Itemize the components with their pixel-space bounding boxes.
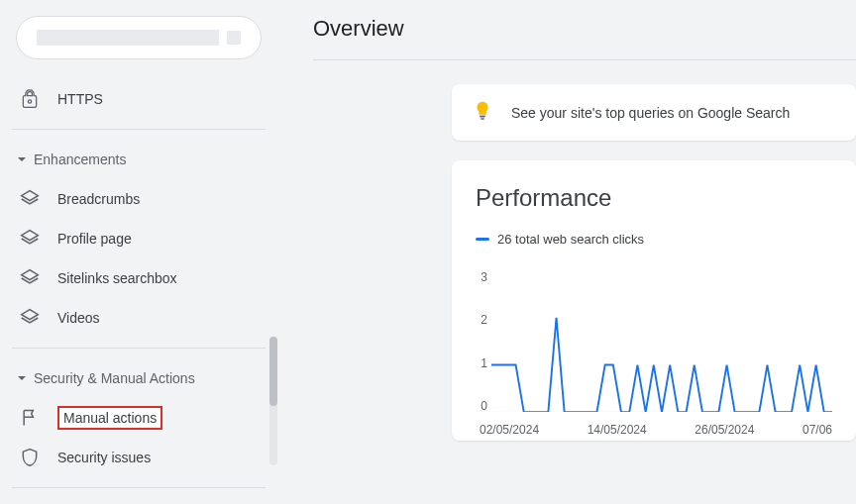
scrollbar-thumb[interactable] [269, 337, 277, 406]
tip-text: See your site's top queries on Google Se… [511, 105, 790, 121]
y-tick: 1 [468, 356, 487, 370]
sidebar-item-label: Profile page [57, 231, 132, 247]
y-tick: 3 [468, 270, 487, 284]
chart-legend: 26 total web search clicks [476, 232, 832, 247]
main-content: Overview See your site's top queries on … [277, 0, 856, 504]
performance-card: Performance 26 total web search clicks 3… [452, 160, 856, 441]
shield-icon [20, 448, 40, 467]
lock-icon [20, 89, 40, 109]
scrollbar[interactable] [269, 337, 277, 465]
divider [12, 487, 266, 488]
section-label: Enhancements [34, 151, 126, 167]
svg-rect-1 [481, 118, 484, 119]
sidebar-item-label: Breadcrumbs [57, 191, 140, 207]
layers-icon [20, 308, 40, 328]
y-tick: 0 [468, 399, 487, 413]
chevron-down-icon [227, 31, 241, 45]
x-axis: 02/05/2024 14/05/2024 26/05/2024 07/06 [476, 423, 832, 437]
section-label: Security & Manual Actions [34, 370, 195, 386]
layers-icon [20, 229, 40, 249]
sidebar-item-videos[interactable]: Videos [8, 298, 269, 338]
section-enhancements[interactable]: Enhancements [8, 140, 269, 179]
sidebar-item-label: Sitelinks searchbox [57, 270, 177, 286]
sidebar-item-breadcrumbs[interactable]: Breadcrumbs [8, 179, 269, 219]
layers-icon [20, 268, 40, 288]
divider [12, 129, 266, 130]
chevron-down-icon [16, 154, 28, 164]
performance-title: Performance [476, 184, 832, 212]
sidebar-item-label: Security issues [57, 450, 151, 465]
x-tick: 14/05/2024 [588, 423, 647, 437]
sidebar-item-security-issues[interactable]: Security issues [8, 438, 269, 477]
page-title: Overview [313, 16, 856, 60]
property-selector[interactable] [16, 16, 262, 59]
chart-svg [491, 270, 832, 412]
sidebar-item-label: Videos [57, 310, 100, 326]
x-tick: 07/06 [802, 423, 832, 437]
svg-rect-0 [480, 116, 485, 118]
layers-icon [20, 189, 40, 209]
tip-card[interactable]: See your site's top queries on Google Se… [452, 84, 856, 141]
property-placeholder [37, 30, 219, 46]
sidebar-item-profile-page[interactable]: Profile page [8, 219, 269, 258]
chart: 3 2 1 0 02/05/2024 14/05/2024 26/05/2024… [476, 262, 832, 441]
lightbulb-icon [472, 100, 493, 125]
sidebar: HTTPS Enhancements Breadcrumbs Profile p… [0, 0, 277, 504]
divider [12, 348, 266, 349]
chevron-down-icon [16, 373, 28, 383]
sidebar-item-label: Manual actions [57, 406, 162, 430]
section-security[interactable]: Security & Manual Actions [8, 358, 269, 398]
sidebar-item-manual-actions[interactable]: Manual actions [8, 398, 269, 438]
x-tick: 26/05/2024 [695, 423, 754, 437]
flag-icon [20, 408, 40, 428]
legend-line-icon [476, 238, 489, 241]
sidebar-item-label: HTTPS [57, 91, 103, 107]
x-tick: 02/05/2024 [480, 423, 539, 437]
sidebar-item-sitelinks-searchbox[interactable]: Sitelinks searchbox [8, 258, 269, 298]
section-legacy[interactable]: Legacy tools and reports [8, 498, 269, 504]
legend-label: 26 total web search clicks [497, 232, 644, 247]
y-tick: 2 [468, 313, 487, 327]
sidebar-item-https[interactable]: HTTPS [8, 79, 269, 119]
y-axis: 3 2 1 0 [468, 270, 487, 413]
